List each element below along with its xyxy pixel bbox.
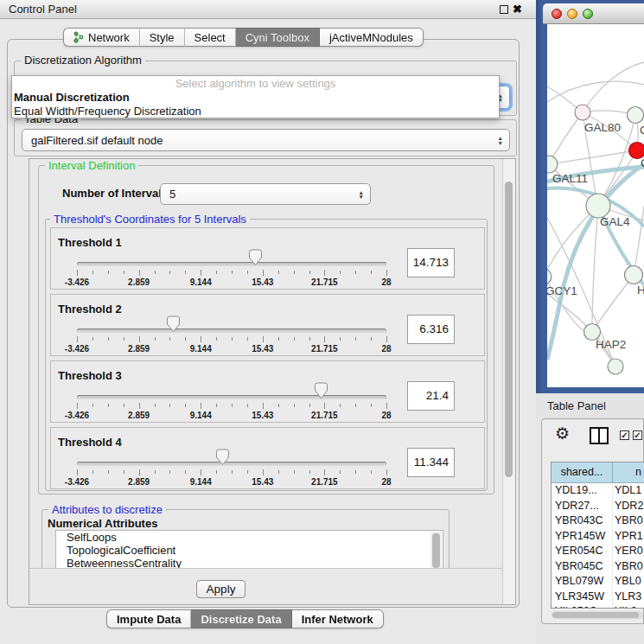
network-node-label: GAL4: [600, 215, 630, 228]
scrollbar-thumb[interactable]: [505, 182, 513, 477]
tick-mark: [185, 470, 186, 474]
tab-select[interactable]: Select: [185, 28, 236, 47]
column-header-name[interactable]: n: [613, 462, 644, 483]
table-row[interactable]: YIL052CYIL0: [552, 604, 644, 609]
table-cell[interactable]: YBR0: [613, 513, 644, 529]
table-row[interactable]: YBR045CYBR0: [552, 559, 644, 575]
table-cell[interactable]: YER0: [613, 544, 644, 559]
slider-track[interactable]: [77, 462, 386, 466]
network-canvas[interactable]: GAL80GACGAL11GAL4GCY1HHAP2: [547, 24, 644, 387]
threshold-slider[interactable]: -3.4262.8599.14415.4321.71528: [77, 295, 386, 357]
threshold-value-field[interactable]: 14.713: [407, 248, 455, 277]
tab-discretize-data[interactable]: Discretize Data: [191, 609, 291, 628]
tab-jactivemnodules[interactable]: jActiveMNodules: [320, 28, 424, 47]
threshold-slider[interactable]: -3.4262.8599.14415.4321.71528: [77, 428, 386, 490]
float-window-icon[interactable]: [500, 5, 508, 14]
table-cell[interactable]: YDL1: [613, 483, 644, 499]
tick-mark: [155, 271, 156, 274]
apply-button[interactable]: Apply: [196, 580, 245, 598]
table-cell[interactable]: YPR1: [613, 529, 644, 545]
tab-infer-network[interactable]: Infer Network: [292, 609, 384, 628]
threshold-slider[interactable]: -3.4262.8599.14415.4321.71528: [77, 361, 386, 424]
table-row[interactable]: YER054CYER0: [552, 544, 644, 559]
slider-track[interactable]: [77, 395, 386, 399]
tab-cyni-toolbox[interactable]: Cyni Toolbox: [236, 28, 320, 47]
tick-mark: [324, 336, 325, 342]
minimize-traffic-light-icon[interactable]: [567, 9, 577, 19]
network-node[interactable]: [608, 359, 623, 374]
gear-icon[interactable]: ⚙: [555, 424, 570, 443]
network-node-label: HAP2: [596, 338, 626, 351]
network-node-h[interactable]: [625, 266, 643, 284]
algorithm-option-equal-width-frequency-discretization[interactable]: Equal Width/Frequency Discretization: [12, 105, 499, 118]
vertical-scrollbar[interactable]: [502, 159, 515, 604]
table-cell[interactable]: YIL0: [613, 604, 644, 609]
table-row[interactable]: YDL19...YDL1: [552, 483, 644, 499]
threshold-value-field[interactable]: 21.4: [407, 381, 455, 411]
threshold-value-field[interactable]: 6.316: [407, 315, 455, 344]
table-row[interactable]: YBL079WYBL0: [552, 574, 644, 590]
table-cell[interactable]: YDR27...: [552, 499, 613, 514]
table-cell[interactable]: YBL0: [613, 574, 644, 590]
table-row[interactable]: YLR345WYLR3: [552, 590, 644, 605]
tab-style[interactable]: Style: [140, 28, 185, 47]
checkbox-checked-icon[interactable]: ✓: [620, 430, 629, 440]
table-cell[interactable]: YBR0: [613, 559, 644, 575]
tab-network[interactable]: Network: [63, 28, 140, 47]
algorithm-option-manual-discretization[interactable]: Manual Discretization: [12, 91, 499, 105]
thresholds-group-title: Threshold's Coordinates for 5 Intervals: [50, 214, 250, 225]
tick-mark: [92, 337, 93, 341]
tick-mark: [278, 271, 279, 274]
close-traffic-light-icon[interactable]: [552, 9, 562, 19]
table-cell[interactable]: YBR045C: [552, 559, 613, 575]
table-data-combobox[interactable]: galFiltered.sif default node ▲▼: [22, 129, 510, 151]
slider-handle[interactable]: [314, 382, 328, 399]
numerical-attributes-list[interactable]: SelfLoopsTopologicalCoefficientBetweenne…: [55, 530, 443, 571]
table-cell[interactable]: YPR145W: [552, 529, 613, 545]
table-cell[interactable]: YDR2: [613, 499, 644, 514]
split-table-icon[interactable]: [590, 427, 609, 444]
table-cell[interactable]: YLR345W: [552, 590, 613, 605]
attribute-item-selfloops[interactable]: SelfLoops: [56, 531, 443, 544]
checkbox-checked-icon[interactable]: ✓: [633, 430, 642, 440]
table-cell[interactable]: YER054C: [552, 544, 613, 559]
tick-label: 2.859: [128, 344, 150, 354]
table-cell[interactable]: YBR043C: [552, 513, 613, 529]
scrollbar-thumb[interactable]: [552, 612, 639, 618]
slider-handle[interactable]: [248, 249, 263, 266]
number-of-intervals-label: Number of Intervals: [62, 187, 168, 200]
network-graph[interactable]: GAL80GACGAL11GAL4GCY1HHAP2: [547, 24, 644, 387]
horizontal-scrollbar[interactable]: [552, 611, 643, 619]
tab-impute-data[interactable]: Impute Data: [106, 609, 191, 628]
tick-mark: [108, 337, 109, 341]
slider-handle[interactable]: [166, 316, 181, 333]
threshold-slider[interactable]: -3.4262.8599.14415.4321.71528: [77, 228, 386, 290]
network-node-gal4[interactable]: [586, 194, 610, 218]
threshold-value-field[interactable]: 11.344: [407, 448, 455, 477]
slider-handle[interactable]: [215, 449, 230, 466]
table-cell[interactable]: YLR3: [613, 590, 644, 605]
slider-track[interactable]: [77, 328, 386, 333]
network-node-gal80[interactable]: [575, 105, 590, 120]
tick-mark: [278, 337, 279, 341]
table-cell[interactable]: YDL19...: [552, 483, 613, 499]
network-node-gal11[interactable]: [547, 156, 558, 173]
attribute-item-topologicalcoefficient[interactable]: TopologicalCoefficient: [56, 544, 443, 557]
network-node-ga[interactable]: [628, 107, 644, 124]
slider-track[interactable]: [77, 262, 386, 266]
column-header-shared[interactable]: shared...: [552, 462, 613, 483]
table-row[interactable]: YBR043CYBR0: [552, 513, 644, 529]
close-icon[interactable]: ✖: [513, 3, 522, 16]
table-row[interactable]: YDR27...YDR2: [552, 499, 644, 514]
number-of-intervals-combobox[interactable]: 5 ▲▼: [160, 183, 371, 205]
table-cell[interactable]: YIL052C: [552, 604, 613, 609]
list-scrollbar[interactable]: [430, 532, 442, 571]
network-node-label: GAL80: [584, 121, 621, 134]
tab-label: Impute Data: [117, 610, 181, 628]
table-row[interactable]: YPR145WYPR1: [552, 529, 644, 545]
zoom-traffic-light-icon[interactable]: [583, 9, 593, 19]
scrollbar-thumb[interactable]: [432, 533, 440, 568]
table-cell[interactable]: YBL079W: [552, 574, 613, 590]
tick-mark: [278, 470, 279, 474]
network-node-gcy1[interactable]: [547, 269, 552, 284]
